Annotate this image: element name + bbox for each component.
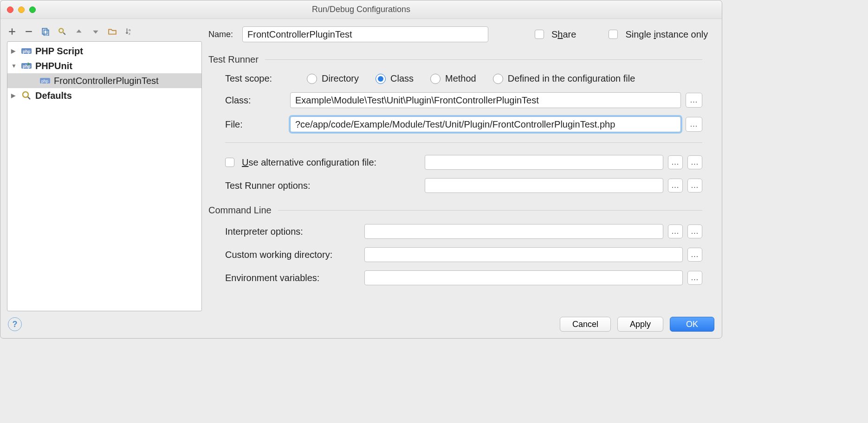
divider (225, 142, 702, 143)
tree-node-defaults[interactable]: ▶ Defaults (7, 88, 201, 103)
env-input[interactable] (364, 270, 683, 285)
add-config-button[interactable] (7, 26, 17, 37)
chevron-right-icon[interactable]: ▶ (11, 90, 18, 101)
tree-node-label: FrontControllerPluginTest (54, 75, 159, 86)
svg-text:z: z (129, 32, 130, 36)
svg-rect-0 (26, 31, 32, 32)
interpreter-options-input[interactable] (364, 224, 663, 239)
cwd-input[interactable] (364, 247, 683, 262)
runner-options-expand-button[interactable]: ... (687, 179, 702, 192)
file-input[interactable] (290, 116, 681, 132)
command-line-section: Command Line Interpreter options: ... ..… (208, 205, 702, 285)
env-browse-button[interactable]: ... (687, 271, 702, 285)
dialog-footer: ? Cancel Apply OK (0, 311, 722, 338)
run-debug-config-window: Run/Debug Configurations (0, 0, 722, 339)
edit-defaults-button[interactable] (57, 26, 67, 37)
svg-text:php: php (23, 64, 31, 69)
checkbox-icon (609, 30, 618, 39)
divider (265, 59, 702, 60)
runner-options-label: Test Runner options: (225, 180, 425, 191)
interpreter-options-expand-button[interactable]: ... (687, 224, 702, 238)
help-button[interactable]: ? (8, 317, 22, 331)
tree-node-label: Defaults (35, 90, 72, 101)
class-input[interactable] (290, 92, 681, 108)
scope-class-radio[interactable]: Class (376, 73, 414, 84)
alt-config-expand-button[interactable]: ... (687, 155, 702, 169)
move-up-button[interactable] (74, 26, 84, 37)
php-script-icon: php (21, 46, 32, 56)
remove-config-button[interactable] (24, 26, 34, 37)
alt-config-browse-button[interactable]: ... (668, 155, 683, 169)
interpreter-options-row: Interpreter options: ... ... (225, 224, 702, 239)
radio-icon (493, 74, 503, 84)
file-label: File: (225, 119, 290, 130)
scope-defined-radio[interactable]: Defined in the configuration file (493, 73, 635, 84)
class-label: Class: (225, 95, 290, 106)
radio-icon (376, 74, 386, 84)
help-icon: ? (13, 320, 18, 329)
maximize-icon[interactable] (29, 6, 36, 13)
svg-rect-2 (44, 30, 49, 36)
divider (278, 210, 702, 211)
minimize-icon[interactable] (18, 6, 25, 13)
class-row: Class: ... (225, 92, 702, 108)
client-area: az ▶ php PHP Script ▼ php PHPUnit (0, 19, 722, 311)
sort-az-button[interactable]: az (124, 26, 134, 37)
cwd-browse-button[interactable]: ... (687, 248, 702, 262)
radio-label: Method (445, 73, 476, 84)
env-label: Environment variables: (225, 273, 364, 283)
runner-options-browse-button[interactable]: ... (668, 179, 683, 192)
alt-config-label: Use alternative configuration file: (242, 157, 376, 168)
share-checkbox[interactable]: Share (535, 29, 576, 40)
checkbox-icon (535, 30, 544, 39)
cancel-button[interactable]: Cancel (560, 317, 611, 332)
svg-rect-1 (42, 28, 47, 34)
share-label: Share (551, 29, 576, 40)
command-line-title: Command Line (208, 205, 272, 216)
test-runner-title: Test Runner (208, 54, 259, 65)
single-instance-label: Single instance only (625, 29, 708, 40)
cwd-label: Custom working directory: (225, 250, 364, 260)
test-runner-section: Test Runner Test scope: Directory Class (208, 54, 702, 193)
configurations-tree[interactable]: ▶ php PHP Script ▼ php PHPUnit php (7, 41, 202, 311)
chevron-down-icon[interactable]: ▼ (11, 60, 18, 71)
svg-text:php: php (41, 79, 48, 83)
window-title: Run/Debug Configurations (0, 5, 722, 14)
alt-config-input[interactable] (425, 155, 663, 170)
phpunit-test-icon: php (40, 76, 50, 85)
runner-options-input[interactable] (425, 178, 663, 193)
single-instance-checkbox[interactable]: Single instance only (609, 29, 708, 40)
name-label: Name: (208, 30, 233, 39)
scope-directory-radio[interactable]: Directory (307, 73, 359, 84)
move-down-button[interactable] (91, 26, 101, 37)
scope-method-radio[interactable]: Method (430, 73, 476, 84)
radio-icon (430, 74, 440, 84)
class-browse-button[interactable]: ... (686, 93, 702, 108)
radio-icon (307, 74, 317, 84)
svg-point-12 (23, 92, 28, 97)
interpreter-options-browse-button[interactable]: ... (668, 224, 683, 238)
test-scope-label: Test scope: (225, 73, 290, 84)
phpunit-icon: php (21, 61, 32, 70)
apply-button[interactable]: Apply (617, 317, 663, 332)
copy-config-button[interactable] (40, 26, 51, 37)
radio-label: Class (390, 73, 414, 84)
radio-label: Defined in the configuration file (508, 73, 635, 84)
cwd-row: Custom working directory: ... (225, 247, 702, 262)
ok-button[interactable]: OK (670, 317, 714, 332)
tree-node-phpunit[interactable]: ▼ php PHPUnit (7, 58, 201, 73)
alt-config-checkbox[interactable]: Use alternative configuration file: (225, 157, 425, 168)
tree-node-frontcontrollerplugintest[interactable]: php FrontControllerPluginTest (7, 73, 201, 88)
configuration-form: Name: Share Single instance only Test Ru… (208, 25, 715, 311)
close-icon[interactable] (7, 6, 13, 13)
file-row: File: ... (225, 116, 702, 132)
file-browse-button[interactable]: ... (686, 117, 702, 132)
titlebar: Run/Debug Configurations (0, 0, 722, 19)
tree-node-php-script[interactable]: ▶ php PHP Script (7, 44, 201, 58)
window-controls (7, 6, 36, 13)
folder-button[interactable] (107, 26, 117, 37)
name-input[interactable] (242, 26, 488, 42)
test-scope-row: Test scope: Directory Class Method (225, 73, 702, 84)
runner-options-row: Test Runner options: ... ... (225, 178, 702, 193)
chevron-right-icon[interactable]: ▶ (11, 45, 18, 57)
